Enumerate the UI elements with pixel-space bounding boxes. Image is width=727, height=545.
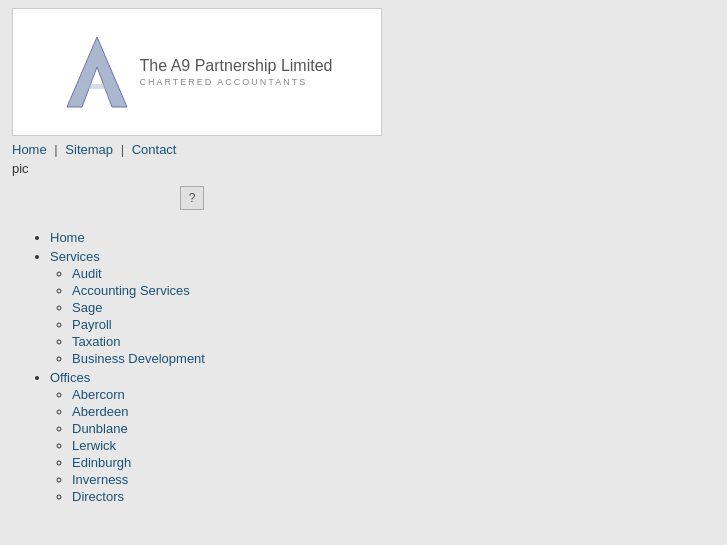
list-item: Taxation <box>72 334 715 349</box>
link-lerwick[interactable]: Lerwick <box>72 438 116 453</box>
list-item-home: Home <box>50 230 715 245</box>
svg-rect-2 <box>80 84 114 89</box>
list-item: Audit <box>72 266 715 281</box>
list-item: Payroll <box>72 317 715 332</box>
list-item: Dunblane <box>72 421 715 436</box>
link-audit[interactable]: Audit <box>72 266 102 281</box>
link-directors[interactable]: Directors <box>72 489 124 504</box>
logo-text-area: The A9 Partnership Limited Chartered Acc… <box>140 57 333 87</box>
main-nav: Home Services Audit Accounting Services … <box>12 230 715 504</box>
company-name: The A9 Partnership Limited <box>140 57 333 75</box>
list-item: Accounting Services <box>72 283 715 298</box>
link-aberdeen[interactable]: Aberdeen <box>72 404 128 419</box>
logo-svg <box>62 32 132 112</box>
services-sub-list: Audit Accounting Services Sage Payroll T… <box>50 266 715 366</box>
svg-marker-0 <box>67 37 127 107</box>
top-nav: Home | Sitemap | Contact <box>12 142 715 157</box>
nav-separator-2: | <box>121 142 124 157</box>
link-offices[interactable]: Offices <box>50 370 90 385</box>
link-services[interactable]: Services <box>50 249 100 264</box>
company-tagline: Chartered Accountants <box>140 77 333 87</box>
list-item: Inverness <box>72 472 715 487</box>
link-sage[interactable]: Sage <box>72 300 102 315</box>
page-wrapper: The A9 Partnership Limited Chartered Acc… <box>0 0 727 545</box>
link-dunblane[interactable]: Dunblane <box>72 421 128 436</box>
list-item: Edinburgh <box>72 455 715 470</box>
link-inverness[interactable]: Inverness <box>72 472 128 487</box>
link-taxation[interactable]: Taxation <box>72 334 120 349</box>
top-level-list: Home Services Audit Accounting Services … <box>32 230 715 504</box>
list-item-services: Services Audit Accounting Services Sage … <box>50 249 715 366</box>
nav-contact-link[interactable]: Contact <box>132 142 177 157</box>
placeholder-image: ? <box>180 186 204 210</box>
list-item: Lerwick <box>72 438 715 453</box>
list-item: Abercorn <box>72 387 715 402</box>
logo-area: The A9 Partnership Limited Chartered Acc… <box>12 8 382 136</box>
placeholder-symbol: ? <box>189 191 196 205</box>
link-accounting-services[interactable]: Accounting Services <box>72 283 190 298</box>
list-item: Directors <box>72 489 715 504</box>
link-edinburgh[interactable]: Edinburgh <box>72 455 131 470</box>
nav-sitemap-link[interactable]: Sitemap <box>65 142 113 157</box>
list-item: Business Development <box>72 351 715 366</box>
link-abercorn[interactable]: Abercorn <box>72 387 125 402</box>
list-item: Aberdeen <box>72 404 715 419</box>
offices-sub-list: Abercorn Aberdeen Dunblane Lerwick Edinb… <box>50 387 715 504</box>
link-business-development[interactable]: Business Development <box>72 351 205 366</box>
nav-home-link[interactable]: Home <box>12 142 47 157</box>
list-item-offices: Offices Abercorn Aberdeen Dunblane Lerwi… <box>50 370 715 504</box>
list-item: Sage <box>72 300 715 315</box>
pic-label: pic <box>12 161 715 176</box>
link-home[interactable]: Home <box>50 230 85 245</box>
logo-content: The A9 Partnership Limited Chartered Acc… <box>62 32 333 112</box>
nav-separator-1: | <box>54 142 57 157</box>
link-payroll[interactable]: Payroll <box>72 317 112 332</box>
